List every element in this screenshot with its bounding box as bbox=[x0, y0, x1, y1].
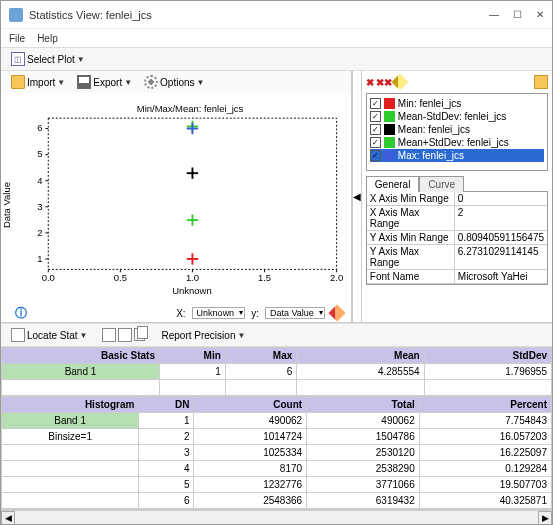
property-tabs: General Curve bbox=[366, 175, 548, 191]
close-button[interactable]: ✕ bbox=[536, 9, 544, 20]
table-row[interactable]: 62548366631943240.325871 bbox=[2, 493, 552, 509]
scroll-right-button[interactable]: ▶ bbox=[538, 511, 552, 525]
table-cell: 490062 bbox=[307, 413, 420, 429]
legend-folder-icon[interactable] bbox=[534, 75, 548, 89]
legend-item[interactable]: ✓Mean: fenlei_jcs bbox=[370, 123, 544, 136]
titlebar: Statistics View: fenlei_jcs — ☐ ✕ bbox=[1, 1, 552, 29]
tool-clear-icon[interactable] bbox=[118, 328, 132, 342]
edit-x-icon[interactable] bbox=[328, 305, 345, 322]
svg-text:0.0: 0.0 bbox=[42, 272, 55, 283]
svg-text:6: 6 bbox=[37, 122, 42, 133]
info-icon[interactable]: ⓘ bbox=[15, 305, 27, 322]
column-header[interactable]: StdDev bbox=[424, 348, 551, 364]
table-cell: 5 bbox=[139, 477, 194, 493]
chevron-down-icon: ▼ bbox=[57, 78, 65, 87]
legend-label: Max: fenlei_jcs bbox=[398, 150, 464, 161]
axis-selectors: ⓘ X: Unknown y: Data Value bbox=[1, 304, 351, 322]
menubar: File Help bbox=[1, 29, 552, 47]
column-header[interactable]: DN bbox=[139, 397, 194, 413]
column-header[interactable]: Basic Stats bbox=[2, 348, 160, 364]
table-row[interactable]: 4817025382900.129284 bbox=[2, 461, 552, 477]
table-row[interactable]: 51232776377106619.507703 bbox=[2, 477, 552, 493]
legend-checkbox[interactable]: ✓ bbox=[370, 150, 381, 161]
table-row bbox=[2, 380, 552, 396]
column-header[interactable]: Mean bbox=[297, 348, 424, 364]
chart-area[interactable]: Min/Max/Mean: fenlei_jcs Data Value 1234… bbox=[1, 93, 351, 304]
options-button[interactable]: Options ▼ bbox=[140, 73, 208, 91]
delete-series-icon[interactable]: ✖ bbox=[366, 77, 374, 88]
property-row[interactable]: X Axis Min Range0 bbox=[367, 192, 547, 206]
table-cell: 40.325871 bbox=[419, 493, 551, 509]
property-label: Font Name bbox=[367, 270, 455, 283]
legend-label: Mean+StdDev: fenlei_jcs bbox=[398, 137, 509, 148]
property-row[interactable]: Font NameMicrosoft YaHei bbox=[367, 270, 547, 284]
property-value[interactable]: 0.80940591156475 bbox=[455, 231, 547, 244]
legend-checkbox[interactable]: ✓ bbox=[370, 137, 381, 148]
column-header[interactable]: Histogram bbox=[2, 397, 139, 413]
column-header[interactable]: Total bbox=[307, 397, 420, 413]
chevron-down-icon: ▼ bbox=[237, 331, 245, 340]
svg-text:2.0: 2.0 bbox=[330, 272, 343, 283]
pane-collapse-button[interactable]: ◀ bbox=[352, 71, 362, 322]
x-axis-select[interactable]: Unknown bbox=[192, 307, 246, 319]
table-cell: 3 bbox=[139, 445, 194, 461]
legend-item[interactable]: ✓Mean-StdDev: fenlei_jcs bbox=[370, 110, 544, 123]
legend-checkbox[interactable]: ✓ bbox=[370, 124, 381, 135]
legend-box[interactable]: ✓Min: fenlei_jcs✓Mean-StdDev: fenlei_jcs… bbox=[366, 93, 548, 171]
legend-swatch bbox=[384, 137, 395, 148]
column-header[interactable]: Max bbox=[225, 348, 296, 364]
menu-file[interactable]: File bbox=[9, 33, 25, 44]
column-header[interactable]: Count bbox=[194, 397, 307, 413]
tool-copy-icon[interactable] bbox=[134, 328, 148, 342]
legend-checkbox[interactable]: ✓ bbox=[370, 98, 381, 109]
table-cell: 2 bbox=[139, 429, 194, 445]
locate-stat-button[interactable]: Locate Stat ▼ bbox=[7, 326, 92, 344]
table-row[interactable]: 31025334253012016.225097 bbox=[2, 445, 552, 461]
table-row[interactable]: Binsize=121014724150478616.057203 bbox=[2, 429, 552, 445]
maximize-button[interactable]: ☐ bbox=[513, 9, 522, 20]
report-precision-button[interactable]: Report Precision ▼ bbox=[158, 328, 250, 343]
tab-curve[interactable]: Curve bbox=[419, 176, 464, 192]
property-row[interactable]: Y Axis Min Range0.80940591156475 bbox=[367, 231, 547, 245]
table-cell: 2530120 bbox=[307, 445, 420, 461]
table-cell bbox=[2, 493, 139, 509]
legend-item[interactable]: ✓Mean+StdDev: fenlei_jcs bbox=[370, 136, 544, 149]
legend-checkbox[interactable]: ✓ bbox=[370, 111, 381, 122]
chevron-down-icon: ▼ bbox=[124, 78, 132, 87]
property-value[interactable]: 0 bbox=[455, 192, 547, 205]
delete-all-icon[interactable]: ✖✖ bbox=[376, 77, 392, 88]
import-button[interactable]: Import ▼ bbox=[7, 73, 69, 91]
table-row[interactable]: Band 1164.2855541.796955 bbox=[2, 364, 552, 380]
property-value[interactable]: 6.2731029114145 bbox=[455, 245, 547, 269]
property-row[interactable]: Y Axis Max Range6.2731029114145 bbox=[367, 245, 547, 270]
table-cell: 16.225097 bbox=[419, 445, 551, 461]
tool-sheet-icon[interactable] bbox=[102, 328, 116, 342]
menu-help[interactable]: Help bbox=[37, 33, 58, 44]
table-cell bbox=[2, 445, 139, 461]
legend-item[interactable]: ✓Max: fenlei_jcs bbox=[370, 149, 544, 162]
column-header[interactable]: Percent bbox=[419, 397, 551, 413]
property-value[interactable]: Microsoft YaHei bbox=[455, 270, 547, 283]
export-button[interactable]: Export ▼ bbox=[73, 73, 136, 91]
property-row[interactable]: X Axis Max Range2 bbox=[367, 206, 547, 231]
table-cell: 6319432 bbox=[307, 493, 420, 509]
table-cell: 1025334 bbox=[194, 445, 307, 461]
tab-general[interactable]: General bbox=[366, 176, 420, 192]
minimize-button[interactable]: — bbox=[489, 9, 499, 20]
stats-grid-scroll[interactable]: Basic StatsMinMaxMeanStdDevBand 1164.285… bbox=[1, 347, 552, 510]
table-cell: 4.285554 bbox=[297, 364, 424, 380]
select-plot-button[interactable]: ◫ Select Plot ▼ bbox=[7, 50, 89, 68]
stats-grid-area: Basic StatsMinMaxMeanStdDevBand 1164.285… bbox=[1, 347, 552, 524]
legend-item[interactable]: ✓Min: fenlei_jcs bbox=[370, 97, 544, 110]
scroll-left-button[interactable]: ◀ bbox=[1, 511, 15, 525]
property-value[interactable]: 2 bbox=[455, 206, 547, 230]
column-header[interactable]: Min bbox=[160, 348, 226, 364]
property-label: X Axis Max Range bbox=[367, 206, 455, 230]
scroll-track[interactable] bbox=[15, 511, 538, 525]
edit-series-icon[interactable] bbox=[391, 74, 408, 91]
table-cell: 490062 bbox=[194, 413, 307, 429]
table-cell: 1014724 bbox=[194, 429, 307, 445]
horizontal-scrollbar[interactable]: ◀ ▶ bbox=[1, 510, 552, 524]
y-axis-select[interactable]: Data Value bbox=[265, 307, 325, 319]
table-row[interactable]: Band 114900624900627.754843 bbox=[2, 413, 552, 429]
